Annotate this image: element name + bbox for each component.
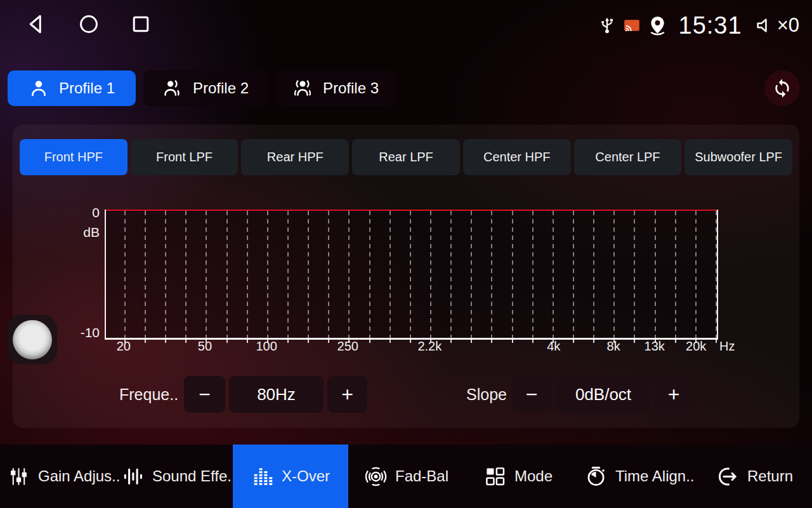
status-bar: 15:31 ×0 <box>0 0 812 51</box>
x-tick-label: 100 <box>256 339 277 354</box>
floating-knob-button[interactable] <box>8 315 57 364</box>
x-tick-label: 20 <box>117 339 131 354</box>
slope-plus-button[interactable]: + <box>654 376 693 413</box>
reset-profile-button[interactable] <box>764 70 800 106</box>
gridline <box>491 211 492 338</box>
x-tick-label: 50 <box>198 339 212 354</box>
x-tick-label: 4k <box>547 339 560 354</box>
gridline <box>390 211 391 338</box>
gridline <box>267 211 268 338</box>
profile-tab-3[interactable]: Profile 3 <box>275 70 396 106</box>
profile-tabs: Profile 1Profile 2Profile 3 <box>8 70 396 106</box>
slope-label: Slope <box>466 376 507 413</box>
profile-tab-2[interactable]: Profile 2 <box>143 70 268 106</box>
filter-tab-front-hpf[interactable]: Front HPF <box>20 139 128 175</box>
nav-item-x-over[interactable]: X-Over <box>233 444 348 508</box>
nav-item-time-align[interactable]: Time Align.. <box>585 444 695 508</box>
profile-tab-label: Profile 1 <box>59 79 115 97</box>
channel-filter-tabs: Front HPFFront LPFRear HPFRear LPFCenter… <box>20 139 792 175</box>
gridline <box>634 211 635 338</box>
slope-minus-button[interactable]: − <box>511 376 552 413</box>
gridline <box>348 211 350 338</box>
nav-item-label: Fad-Bal <box>395 467 449 485</box>
nav-item-mode[interactable]: Mode <box>484 444 553 508</box>
filter-tab-subwoofer-lpf[interactable]: Subwoofer LPF <box>684 139 792 175</box>
person-icon <box>29 78 49 98</box>
gridline <box>512 211 513 338</box>
gridline <box>145 211 146 338</box>
gridline <box>328 211 329 338</box>
equalizer-icon <box>251 465 273 488</box>
gridline <box>613 211 615 338</box>
gridline <box>410 211 411 338</box>
volume-level: ×0 <box>777 14 799 37</box>
grid-icon <box>484 465 506 488</box>
gridline <box>369 211 370 338</box>
profile-tab-label: Profile 2 <box>193 79 249 97</box>
waveform-icon <box>122 465 144 488</box>
gridline <box>695 211 697 338</box>
bottom-nav-bar: Gain Adjus..Sound Effe..X-OverFad-BalMod… <box>0 444 812 508</box>
x-tick-label: 20k <box>686 339 706 354</box>
frequency-minus-button[interactable]: − <box>184 376 225 413</box>
usb-icon <box>598 16 617 35</box>
android-nav-buttons <box>25 13 152 36</box>
volume-muted-icon <box>754 15 776 36</box>
nav-item-fad-bal[interactable]: Fad-Bal <box>365 444 449 508</box>
gridline <box>247 211 248 338</box>
knob-face <box>13 320 52 359</box>
frequency-plus-button[interactable]: + <box>327 376 367 413</box>
filter-tab-rear-lpf[interactable]: Rear LPF <box>352 139 460 175</box>
home-icon[interactable] <box>77 13 100 36</box>
frequency-label: Freque.. <box>119 376 178 413</box>
y-tick-0: 0 <box>92 205 100 220</box>
xover-panel: Front HPFFront LPFRear HPFRear LPFCenter… <box>13 124 799 428</box>
frequency-response-plot <box>105 210 718 340</box>
response-curve <box>106 210 717 211</box>
filter-tab-center-lpf[interactable]: Center LPF <box>574 139 682 175</box>
y-tick-min10: -10 <box>81 325 100 340</box>
surround-icon <box>365 465 387 488</box>
slope-value: 0dB/oct <box>556 376 650 413</box>
clock: 15:31 <box>679 12 742 39</box>
status-icons <box>598 15 668 36</box>
recents-icon[interactable] <box>129 13 152 36</box>
x-axis-unit: Hz <box>719 339 735 354</box>
nav-item-return[interactable]: Return <box>717 444 793 508</box>
gridline <box>573 211 574 338</box>
gridline <box>593 211 594 338</box>
y-axis-unit: dB <box>83 225 100 240</box>
filter-tab-center-hpf[interactable]: Center HPF <box>463 139 571 175</box>
cast-icon <box>622 16 641 35</box>
nav-item-label: Time Align.. <box>615 467 695 485</box>
gridline <box>308 211 309 338</box>
nav-item-label: Mode <box>514 467 553 485</box>
gridline <box>675 211 676 338</box>
nav-item-label: Return <box>747 467 793 485</box>
x-axis-labels: 20501002502.2k4k8k13k20kHz <box>105 339 716 356</box>
filter-tab-rear-hpf[interactable]: Rear HPF <box>241 139 349 175</box>
head-unit-screen: 15:31 ×0 Profile 1Profile 2Profile 3 Fro… <box>0 0 812 508</box>
x-tick-label: 2.2k <box>417 339 442 354</box>
gridline <box>430 211 431 338</box>
gridline <box>532 211 534 338</box>
gridline <box>655 211 656 338</box>
gridline <box>716 211 717 338</box>
filter-tab-front-lpf[interactable]: Front LPF <box>131 139 239 175</box>
nav-item-gain-adjus[interactable]: Gain Adjus.. <box>8 444 120 508</box>
timer-icon <box>585 465 607 488</box>
profile-tab-label: Profile 3 <box>323 79 379 97</box>
gridline <box>226 211 228 338</box>
x-tick-label: 13k <box>645 339 665 354</box>
nav-item-sound-effe[interactable]: Sound Effe.. <box>122 444 236 508</box>
return-icon <box>717 465 739 488</box>
gridline <box>124 211 126 338</box>
gridline <box>450 211 452 338</box>
gridline <box>165 211 166 338</box>
gridline <box>206 211 207 338</box>
back-icon[interactable] <box>25 13 48 36</box>
status-right: 15:31 ×0 <box>598 8 799 43</box>
x-tick-label: 8k <box>607 339 620 354</box>
gridline <box>287 211 289 338</box>
profile-tab-1[interactable]: Profile 1 <box>8 70 136 106</box>
